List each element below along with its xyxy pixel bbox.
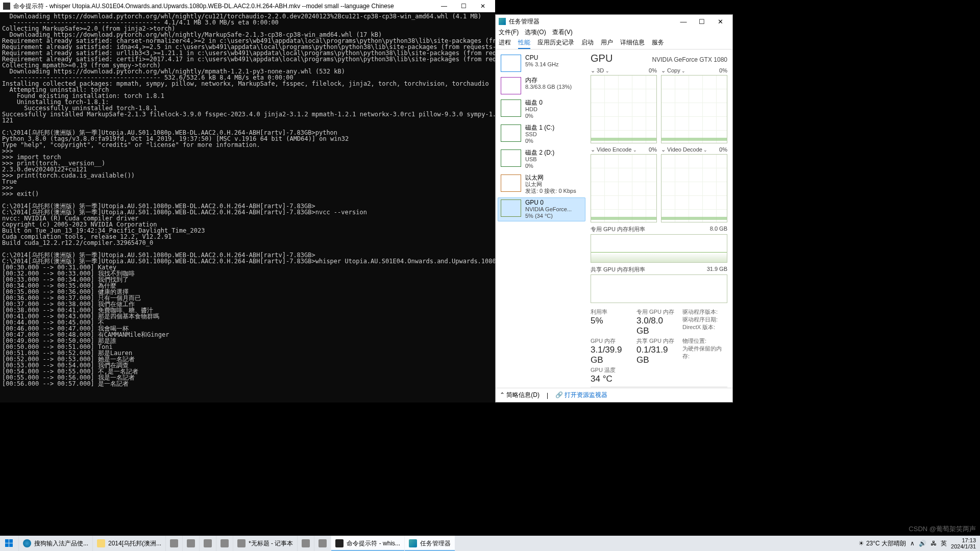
chart-label[interactable]: ⌄ Copy	[661, 67, 685, 74]
tab-users[interactable]: 用户	[601, 38, 613, 49]
clock[interactable]: 17:132024/1/31	[951, 537, 976, 549]
app-icon	[187, 539, 195, 547]
gpu-heading: GPU	[591, 53, 612, 64]
taskbar-item[interactable]	[199, 536, 216, 551]
dedicated-mem-label: 专用 GPU 内存利用率	[591, 226, 645, 233]
sidebar-item--2-d-[interactable]: 磁盘 2 (D:)USB 0%	[498, 147, 585, 171]
menu-options[interactable]: 选项(O)	[525, 28, 546, 38]
sidebar-item--[interactable]: 内存8.3/63.8 GB (13%)	[498, 75, 585, 96]
app-icon	[318, 539, 327, 547]
ded-value: 3.0/8.0 GB	[636, 316, 677, 336]
tab-details[interactable]: 详细信息	[620, 38, 645, 49]
terminal-output[interactable]: Downloading https://download.pytorch.org…	[0, 12, 495, 388]
mini-chart	[501, 55, 521, 72]
taskbar: 搜狗输入法产品使...2014[乌托邦(澳洲...*无标题 - 记事本命令提示符…	[0, 536, 980, 551]
system-tray: ☀ 23°C 大部晴朗 ∧ 🔊 🖧 英 17:132024/1/31	[854, 537, 980, 549]
gpu-chart[interactable]	[591, 154, 657, 222]
mini-chart	[501, 99, 521, 117]
temp-value: 34 °C	[591, 374, 631, 384]
maximize-button[interactable]: ☐	[693, 15, 711, 28]
app-icon	[204, 539, 212, 547]
watermark: CSDN @葡萄架笑两声	[909, 524, 976, 534]
sidebar-item-name: 磁盘 1 (C:)	[525, 124, 554, 131]
task-manager-icon	[499, 18, 506, 25]
fewer-details-toggle[interactable]: 简略信息(D)	[500, 391, 540, 399]
sidebar-item-cpu[interactable]: CPU5% 3.14 GHz	[498, 53, 585, 74]
app-icon	[237, 539, 246, 547]
util-value: 5%	[591, 316, 631, 326]
chart-label[interactable]: ⌄ Video Decode	[661, 146, 707, 153]
task-manager-window: 任务管理器 — ☐ ✕ 文件(F) 选项(O) 查看(V) 进程 性能 应用历史…	[495, 14, 733, 403]
reserved-label: 为硬件保留的内存:	[682, 345, 727, 360]
taskbar-item-label: 2014[乌托邦(澳洲...	[108, 539, 161, 548]
task-manager-titlebar[interactable]: 任务管理器 — ☐ ✕	[496, 15, 732, 28]
shared-mem-chart[interactable]	[591, 274, 727, 303]
chart-pct: 0%	[649, 146, 657, 153]
sidebar-item-name: GPU 0	[525, 199, 572, 206]
chart-pct: 0%	[719, 67, 727, 74]
mini-chart	[501, 149, 521, 167]
tab-performance[interactable]: 性能	[518, 38, 530, 49]
app-icon	[97, 539, 105, 547]
gpu-chart[interactable]	[661, 75, 727, 143]
app-icon	[409, 539, 417, 547]
taskbar-item[interactable]	[165, 536, 182, 551]
svg-rect-3	[9, 543, 13, 547]
chart-pct: 0%	[719, 146, 727, 153]
gpumem-label: GPU 内存	[591, 337, 631, 345]
sidebar-item-sub: NVIDIA GeForce... 5% (34 °C)	[525, 206, 572, 219]
app-icon	[302, 539, 310, 547]
open-resource-monitor-link[interactable]: 🔗 打开资源监视器	[555, 391, 607, 399]
taskbar-item[interactable]: 命令提示符 - whis...	[331, 536, 404, 551]
maximize-button[interactable]: ☐	[454, 3, 473, 10]
tab-history[interactable]: 应用历史记录	[537, 38, 574, 49]
sidebar-item--1-c-[interactable]: 磁盘 1 (C:)SSD 0%	[498, 122, 585, 146]
minimize-button[interactable]: —	[674, 15, 693, 28]
volume-icon[interactable]: 🔊	[919, 540, 926, 547]
ded-label: 专用 GPU 内存	[636, 308, 677, 316]
app-icon	[170, 539, 178, 547]
taskbar-item[interactable]	[314, 536, 331, 551]
app-icon	[23, 539, 31, 547]
svg-rect-2	[5, 543, 9, 547]
taskbar-item[interactable]: 2014[乌托邦(澳洲...	[92, 536, 165, 551]
network-icon[interactable]: 🖧	[930, 540, 937, 547]
drv-date-label: 驱动程序日期:	[682, 316, 727, 323]
taskbar-item[interactable]: 任务管理器	[404, 536, 455, 551]
sidebar-item-sub: 以太网 发送: 0 接收: 0 Kbps	[525, 181, 576, 194]
gpu-chart[interactable]	[591, 75, 657, 143]
app-icon	[335, 539, 344, 547]
sidebar-item--[interactable]: 以太网以太网 发送: 0 接收: 0 Kbps	[498, 172, 585, 196]
taskbar-item[interactable]	[182, 536, 199, 551]
sidebar-item-name: 以太网	[525, 174, 576, 181]
tab-services[interactable]: 服务	[652, 38, 664, 49]
sidebar-item-name: 磁盘 0	[525, 99, 543, 106]
taskbar-item[interactable]	[216, 536, 233, 551]
task-manager-title: 任务管理器	[509, 17, 540, 26]
close-button[interactable]: ✕	[474, 3, 492, 10]
menu-view[interactable]: 查看(V)	[552, 28, 573, 38]
weather-widget[interactable]: ☀ 23°C 大部晴朗	[859, 539, 906, 548]
gpu-chart[interactable]	[661, 154, 727, 222]
taskbar-item[interactable]	[297, 536, 314, 551]
ime-icon[interactable]: 英	[941, 539, 947, 548]
sidebar-item-name: CPU	[525, 55, 558, 61]
tab-processes[interactable]: 进程	[499, 38, 511, 49]
chart-label[interactable]: ⌄ Video Encode	[591, 146, 637, 153]
sidebar-item-name: 内存	[525, 77, 572, 84]
sidebar-item--0[interactable]: 磁盘 0HDD 0%	[498, 97, 585, 121]
minimize-button[interactable]: —	[435, 3, 453, 10]
close-button[interactable]: ✕	[711, 15, 729, 28]
start-button[interactable]	[0, 536, 18, 551]
chart-label[interactable]: ⌄ 3D	[591, 67, 609, 74]
tray-expand-icon[interactable]: ∧	[910, 540, 915, 547]
terminal-titlebar[interactable]: 命令提示符 - whisper Utopia.AU.S01E04.Onwards…	[0, 0, 495, 12]
taskbar-item[interactable]: *无标题 - 记事本	[233, 536, 297, 551]
util-label: 利用率	[591, 308, 631, 316]
tab-startup[interactable]: 启动	[581, 38, 594, 49]
menu-file[interactable]: 文件(F)	[499, 28, 519, 38]
sidebar-item-gpu-0[interactable]: GPU 0NVIDIA GeForce... 5% (34 °C)	[498, 197, 585, 221]
taskbar-item[interactable]: 搜狗输入法产品使...	[18, 536, 92, 551]
dedicated-mem-max: 8.0 GB	[710, 226, 727, 233]
dedicated-mem-chart[interactable]	[591, 234, 727, 263]
